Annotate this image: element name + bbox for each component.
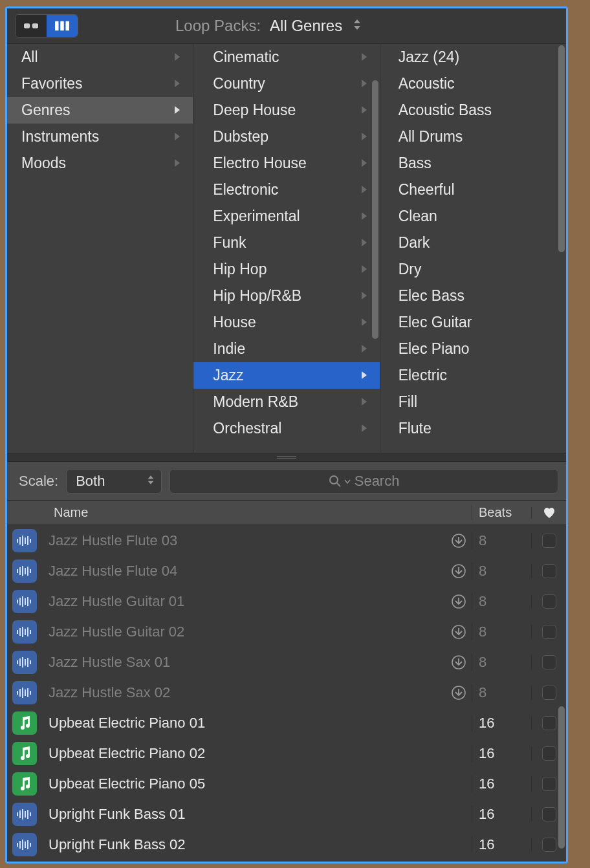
browser-item[interactable]: Orchestral (193, 415, 379, 442)
browser-item[interactable]: Elec Bass (380, 283, 566, 309)
download-button[interactable] (446, 594, 472, 609)
result-row[interactable]: Upbeat Electric Piano 0116 (7, 708, 566, 738)
scale-label: Scale: (19, 473, 58, 490)
result-row[interactable]: Upbeat Electric Piano 0216 (7, 738, 566, 768)
loop-browser-panel: Loop Packs: All Genres AllFavoritesGenre… (5, 6, 568, 863)
svg-rect-55 (17, 843, 18, 847)
browser-item-label: Deep House (213, 102, 296, 119)
browser-item[interactable]: Dubstep (193, 124, 379, 150)
download-icon (451, 655, 466, 670)
browser-item[interactable]: Fill (380, 389, 566, 415)
scrollbar-thumb[interactable] (558, 45, 565, 252)
loop-beats: 16 (472, 776, 531, 792)
view-mode-button-grid[interactable] (16, 15, 47, 37)
browser-item-label: Cinematic (213, 49, 279, 66)
browser-item-label: Electronic (213, 181, 278, 199)
browser-item-label: All (21, 49, 38, 66)
browser-item-label: Cheerful (399, 181, 455, 199)
browser-item[interactable]: All Drums (380, 124, 566, 150)
result-row[interactable]: Jazz Hustle Guitar 028 (7, 616, 566, 647)
favorite-checkbox[interactable] (531, 655, 566, 669)
download-button[interactable] (446, 533, 472, 548)
browser-item[interactable]: Dark (380, 230, 566, 256)
browser-item[interactable]: Hip Hop (193, 256, 379, 283)
svg-rect-26 (30, 600, 31, 603)
loop-name: Jazz Hustle Guitar 02 (37, 624, 446, 640)
favorite-checkbox[interactable] (531, 686, 566, 700)
svg-rect-44 (22, 688, 23, 698)
browser-item[interactable]: Elec Piano (380, 336, 566, 362)
view-mode-button-columns[interactable] (47, 15, 78, 37)
browser-item[interactable]: Funk (193, 230, 379, 256)
browser-item[interactable]: Cinematic (193, 44, 379, 71)
browser-item[interactable]: Jazz (193, 362, 379, 389)
favorite-checkbox[interactable] (531, 534, 566, 548)
browser-item[interactable]: Experimental (193, 203, 379, 230)
browser-item-favorites[interactable]: Favorites (7, 71, 193, 97)
browser-item-label: Elec Piano (399, 340, 470, 358)
browser-item[interactable]: Jazz (24) (380, 44, 566, 71)
browser-item[interactable]: Flute (380, 415, 566, 442)
browser-item-moods[interactable]: Moods (7, 150, 193, 177)
browser-item[interactable]: Deep House (193, 97, 379, 124)
browser-item-instruments[interactable]: Instruments (7, 124, 193, 150)
scale-dropdown[interactable]: Both (66, 469, 162, 494)
column-header-name[interactable]: Name (47, 505, 472, 520)
column-header-favorite[interactable] (531, 507, 566, 519)
loop-packs-dropdown[interactable]: All Genres (270, 17, 342, 35)
loop-name: Jazz Hustle Sax 01 (37, 654, 446, 671)
browser-item[interactable]: Electric (380, 362, 566, 389)
download-button[interactable] (446, 655, 472, 670)
column-header-beats[interactable]: Beats (472, 505, 531, 520)
waveform-icon (16, 596, 33, 607)
loop-beats: 16 (472, 836, 531, 853)
result-row[interactable]: Jazz Hustle Flute 048 (7, 556, 566, 586)
browser-item[interactable]: Hip Hop/R&B (193, 283, 379, 309)
midi-note-icon (18, 746, 31, 761)
result-row[interactable]: Jazz Hustle Sax 018 (7, 647, 566, 677)
result-row[interactable]: Upright Funk Bass 0116 (7, 799, 566, 829)
browser-item[interactable]: Cheerful (380, 177, 566, 203)
resize-handle[interactable] (7, 453, 566, 462)
download-button[interactable] (446, 624, 472, 640)
browser-item[interactable]: Elec Guitar (380, 309, 566, 336)
loop-name: Jazz Hustle Guitar 01 (37, 593, 446, 610)
svg-rect-38 (25, 659, 26, 666)
browser-item[interactable]: Bass (380, 150, 566, 177)
download-button[interactable] (446, 563, 472, 579)
browser-item[interactable]: Electro House (193, 150, 379, 177)
browser-item[interactable]: Electronic (193, 177, 379, 203)
svg-rect-8 (19, 537, 21, 545)
svg-rect-28 (17, 630, 18, 634)
download-icon (451, 563, 466, 579)
result-row[interactable]: Upbeat Electric Piano 0516 (7, 768, 566, 799)
download-button[interactable] (446, 685, 472, 700)
browser-item[interactable]: Country (193, 71, 379, 97)
scrollbar-thumb[interactable] (372, 80, 378, 339)
favorite-checkbox[interactable] (531, 564, 566, 578)
result-row[interactable]: Jazz Hustle Flute 038 (7, 525, 566, 556)
browser-item-all[interactable]: All (7, 44, 193, 71)
browser-item[interactable]: Modern R&B (193, 389, 379, 415)
svg-rect-16 (22, 566, 23, 576)
result-row[interactable]: Upright Funk Bass 0216 (7, 829, 566, 860)
browser-item[interactable]: Clean (380, 203, 566, 230)
heart-icon (543, 507, 556, 519)
result-row[interactable]: Jazz Hustle Guitar 018 (7, 586, 566, 616)
browser-item-label: All Drums (399, 128, 463, 146)
search-input[interactable]: Search (169, 469, 558, 494)
favorite-checkbox[interactable] (531, 594, 566, 609)
browser-item[interactable]: Acoustic Bass (380, 97, 566, 124)
browser-item[interactable]: Indie (193, 336, 379, 362)
browser-item[interactable]: Dry (380, 256, 566, 283)
result-row[interactable]: Jazz Hustle Sax 028 (7, 677, 566, 708)
download-icon (451, 533, 466, 548)
svg-rect-54 (30, 812, 31, 816)
browser-item-label: Acoustic Bass (399, 102, 492, 119)
browser-item[interactable]: House (193, 309, 379, 336)
browser-item-genres[interactable]: Genres (7, 97, 193, 124)
favorite-checkbox[interactable] (531, 625, 566, 639)
browser-item[interactable]: Acoustic (380, 71, 566, 97)
scrollbar-thumb[interactable] (558, 706, 565, 849)
dropdown-stepper-icon (147, 473, 155, 490)
